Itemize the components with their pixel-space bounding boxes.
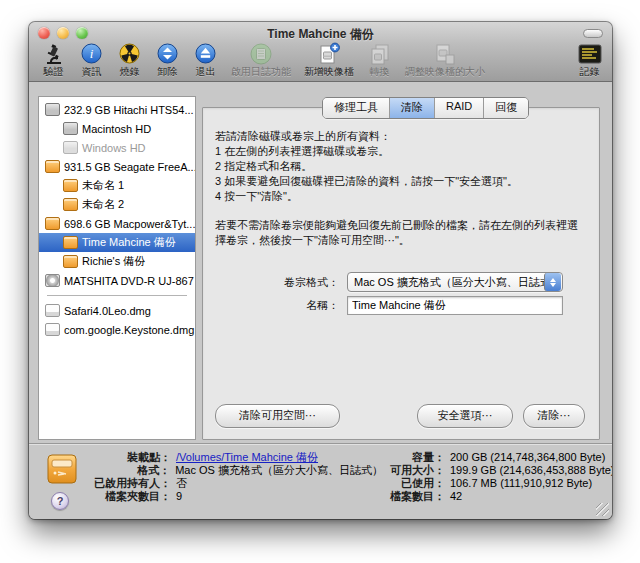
sidebar-item-keystone-dmg[interactable]: com.google.Keystone.dmg — [39, 320, 195, 339]
capacity-label: 容量： — [381, 451, 445, 464]
sidebar-item-label: com.google.Keystone.dmg — [64, 324, 194, 336]
window-resize-grip[interactable] — [596, 503, 609, 516]
toolbar-new-image-button[interactable]: 新增映像檔 — [304, 42, 354, 79]
toolbar-unmount-label: 卸除 — [158, 65, 178, 79]
toolbar: 驗證 i 資訊 燒錄 卸除 退出 — [29, 44, 612, 82]
name-label: 名稱： — [203, 298, 347, 313]
toolbar-log-label: 記錄 — [580, 65, 600, 79]
toolbar-resize-image-button[interactable]: 調整映像檔的大小 — [405, 42, 485, 79]
sidebar-item-label: 未命名 1 — [82, 178, 124, 193]
toolbar-verify-label: 驗證 — [44, 65, 64, 79]
erase-intro: 若請清除磁碟或卷宗上的所有資料： — [215, 129, 585, 144]
sidebar-item-seagate-disk[interactable]: 931.5 GB Seagate FreeA... — [39, 157, 195, 176]
erase-buttons-row: 清除可用空間⋯ 安全選項⋯ 清除⋯ — [215, 404, 585, 428]
internal-disk-icon — [45, 103, 60, 116]
popup-arrows-icon — [544, 273, 561, 291]
disk-image-icon — [45, 323, 60, 336]
enable-journaling-icon — [249, 42, 274, 65]
sidebar-item-time-mahcine-backup[interactable]: Time Mahcine 備份 — [39, 233, 195, 252]
erase-step-4: 4 按一下"清除"。 — [215, 189, 585, 204]
sidebar-item-label: 931.5 GB Seagate FreeA... — [64, 161, 196, 173]
disk-utility-window: Time Mahcine 備份 驗證 i 資訊 燒錄 卸除 — [29, 22, 612, 519]
used-label: 已使用： — [381, 477, 445, 490]
external-disk-icon — [45, 217, 60, 230]
capacity-value: 200 GB (214,748,364,800 Byte) — [450, 451, 605, 464]
sidebar-item-windows-hd[interactable]: Windows HD — [39, 138, 195, 157]
ownership-row: 已啟用持有人： 否 — [83, 477, 383, 490]
toolbar-unmount-button[interactable]: 卸除 — [155, 42, 180, 79]
device-sidebar: 232.9 GB Hitachi HTS54... Macintosh HD W… — [38, 96, 196, 440]
toolbar-convert-button[interactable]: 轉換 — [367, 42, 392, 79]
erase-note: 若要不需清除卷宗便能夠避免回復先前已刪除的檔案，請在左側的列表裡選擇卷宗，然後按… — [215, 218, 585, 248]
tab-restore[interactable]: 回復 — [483, 98, 528, 118]
internal-disk-icon — [63, 122, 78, 135]
sidebar-item-safari-dmg[interactable]: Safari4.0Leo.dmg — [39, 301, 195, 320]
new-image-icon — [317, 42, 342, 65]
volume-name-input[interactable] — [347, 296, 563, 315]
sidebar-item-hitachi-disk[interactable]: 232.9 GB Hitachi HTS54... — [39, 100, 195, 119]
convert-icon — [367, 42, 392, 65]
external-disk-icon — [63, 255, 78, 268]
toolbar-enable-journaling-button[interactable]: 啟用日誌功能 — [231, 42, 291, 79]
sidebar-item-label: MATSHITA DVD-R UJ-867 — [64, 275, 194, 287]
sidebar-item-label: 未命名 2 — [82, 197, 124, 212]
tab-erase[interactable]: 清除 — [389, 98, 434, 118]
toolbar-resize-image-label: 調整映像檔的大小 — [405, 65, 485, 79]
mount-point-label: 裝載點： — [83, 451, 171, 464]
toolbar-toggle-pill[interactable] — [583, 29, 603, 38]
mount-point-row: 裝載點： /Volumes/Time Mahcine 備份 — [83, 451, 383, 464]
erase-instructions: 若請清除磁碟或卷宗上的所有資料： 1 在左側的列表裡選擇磁碟或卷宗。 2 指定格… — [203, 108, 599, 248]
verify-microscope-icon — [41, 42, 66, 65]
volume-format-label: 卷宗格式： — [203, 275, 347, 290]
svg-text:i: i — [90, 46, 94, 61]
format-row: 格式： Mac OS 擴充格式（區分大小寫、日誌式） — [83, 464, 383, 477]
erase-button[interactable]: 清除⋯ — [523, 404, 585, 428]
internal-disk-icon — [63, 141, 78, 154]
used-row: 已使用： 106.7 MB (111,910,912 Byte) — [381, 477, 612, 490]
available-row: 可用大小： 199.9 GB (214,636,453,888 Byte) — [381, 464, 612, 477]
format-label: 格式： — [83, 464, 170, 477]
sidebar-item-macpower-disk[interactable]: 698.6 GB Macpower&Tyt... — [39, 214, 195, 233]
resize-image-icon — [433, 42, 458, 65]
sidebar-item-untitled-2[interactable]: 未命名 2 — [39, 195, 195, 214]
sidebar-item-label: Richie's 備份 — [82, 254, 145, 269]
sidebar-item-label: Safari4.0Leo.dmg — [64, 305, 151, 317]
eject-icon — [193, 42, 218, 65]
unmount-icon — [155, 42, 180, 65]
erase-pane: 若請清除磁碟或卷宗上的所有資料： 1 在左側的列表裡選擇磁碟或卷宗。 2 指定格… — [202, 107, 600, 440]
toolbar-log-button[interactable]: 記錄 — [577, 42, 602, 79]
toolbar-info-button[interactable]: i 資訊 — [79, 42, 104, 79]
info-column-left: 裝載點： /Volumes/Time Mahcine 備份 格式： Mac OS… — [83, 451, 383, 503]
sidebar-item-matshita-dvd[interactable]: MATSHITA DVD-R UJ-867 — [39, 271, 195, 290]
tab-raid[interactable]: RAID — [434, 98, 483, 118]
toolbar-convert-label: 轉換 — [370, 65, 390, 79]
sidebar-item-label: Windows HD — [82, 142, 146, 154]
folder-count-value: 9 — [176, 490, 182, 503]
erase-form: 卷宗格式： Mac OS 擴充格式（區分大小寫、日誌式） 名稱： — [203, 272, 599, 315]
erase-step-1: 1 在左側的列表裡選擇磁碟或卷宗。 — [215, 144, 585, 159]
sidebar-item-macintosh-hd[interactable]: Macintosh HD — [39, 119, 195, 138]
info-icon: i — [79, 42, 104, 65]
toolbar-eject-label: 退出 — [196, 65, 216, 79]
mount-point-link[interactable]: /Volumes/Time Mahcine 備份 — [176, 451, 318, 463]
sidebar-item-label: 698.6 GB Macpower&Tyt... — [64, 218, 195, 230]
toolbar-eject-button[interactable]: 退出 — [193, 42, 218, 79]
external-disk-icon — [63, 179, 78, 192]
volume-info-panel: ? 裝載點： /Volumes/Time Mahcine 備份 格式： Mac … — [29, 443, 612, 519]
format-value: Mac OS 擴充格式（區分大小寫、日誌式） — [175, 464, 383, 477]
security-options-button[interactable]: 安全選項⋯ — [417, 404, 513, 428]
burn-icon — [117, 42, 142, 65]
erase-step-2: 2 指定格式和名稱。 — [215, 159, 585, 174]
erase-free-space-button[interactable]: 清除可用空間⋯ — [215, 404, 340, 428]
toolbar-burn-button[interactable]: 燒錄 — [117, 42, 142, 79]
tab-first-aid[interactable]: 修理工具 — [323, 98, 389, 118]
volume-format-popup[interactable]: Mac OS 擴充格式（區分大小寫、日誌式） — [347, 272, 563, 292]
toolbar-verify-button[interactable]: 驗證 — [41, 42, 66, 79]
folder-count-label: 檔案夾數目： — [83, 490, 171, 503]
file-count-row: 檔案數目： 42 — [381, 490, 612, 503]
sidebar-item-richies-backup[interactable]: Richie's 備份 — [39, 252, 195, 271]
sidebar-item-untitled-1[interactable]: 未命名 1 — [39, 176, 195, 195]
file-count-label: 檔案數目： — [381, 490, 445, 503]
toolbar-burn-label: 燒錄 — [120, 65, 140, 79]
help-button[interactable]: ? — [51, 492, 69, 510]
